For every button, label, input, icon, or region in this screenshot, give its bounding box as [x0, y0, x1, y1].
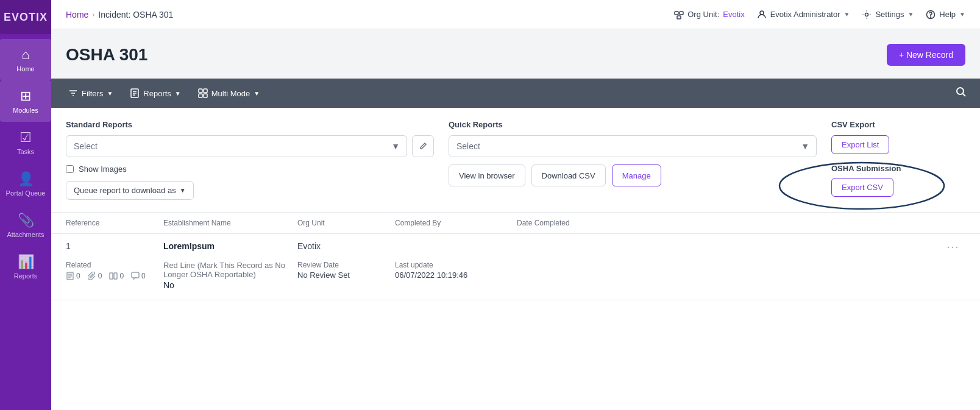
col-completed-by: Completed By [395, 219, 517, 227]
cell-establishment: LoremIpsum [163, 241, 297, 252]
app-logo: EVOTIX [0, 0, 51, 34]
quick-reports-select-wrapper: Select ▼ [449, 135, 817, 157]
multi-mode-icon [198, 88, 208, 98]
cell-date-completed [517, 241, 941, 252]
col-reference: Reference [66, 219, 163, 227]
filters-chevron: ▼ [107, 90, 113, 97]
osha-submission-title: OSHA Submission [831, 164, 965, 173]
breadcrumb-separator: › [92, 10, 94, 19]
related-attachments-icon: 0 [88, 272, 102, 280]
org-unit-icon [674, 10, 684, 19]
org-unit-selector[interactable]: Org Unit: Evotix [674, 10, 744, 19]
col-org-unit: Org Unit [297, 219, 395, 227]
row-actions-button[interactable]: ··· [941, 241, 965, 252]
related-docs-icon: 0 [66, 272, 80, 280]
breadcrumb-current: Incident: OSHA 301 [98, 10, 173, 19]
home-icon: ⌂ [21, 47, 29, 63]
table-row-sub: Related 0 0 0 [66, 257, 965, 290]
settings-menu[interactable]: Settings ▼ [862, 10, 914, 19]
reports-chevron: ▼ [175, 90, 181, 97]
sidebar-item-home[interactable]: ⌂ Home [0, 39, 51, 80]
settings-chevron: ▼ [907, 11, 914, 18]
related-icons: 0 0 0 0 [66, 272, 163, 280]
osha-submission: OSHA Submission Export CSV [831, 164, 965, 197]
svg-rect-11 [204, 94, 207, 97]
table-row: 1 LoremIpsum Evotix ··· Related 0 [51, 234, 980, 300]
queue-report-button[interactable]: Queue report to download as ▼ [66, 181, 194, 200]
table-header: Reference Establishment Name Org Unit Co… [51, 213, 980, 234]
sidebar-item-modules[interactable]: ⊞ Modules [0, 80, 51, 122]
show-images-checkbox[interactable] [66, 165, 74, 173]
manage-button[interactable]: Manage [612, 164, 661, 186]
svg-rect-1 [680, 12, 683, 15]
queue-chevron: ▼ [180, 187, 186, 194]
new-record-button[interactable]: + New Record [887, 44, 965, 66]
svg-point-12 [957, 88, 964, 94]
export-list-button[interactable]: Export List [831, 135, 889, 154]
help-menu[interactable]: Help ▼ [926, 10, 965, 19]
svg-rect-18 [132, 272, 139, 278]
cell-last-update: Last update 06/07/2022 10:19:46 [395, 261, 517, 290]
modules-icon: ⊞ [20, 88, 31, 104]
tasks-icon: ☑ [20, 130, 32, 146]
standard-reports-section: Standard Reports Select ▼ [66, 120, 434, 200]
quick-reports-dropdown[interactable]: Select [449, 135, 817, 157]
reports-toolbar-icon [130, 88, 140, 98]
sidebar-nav: ⌂ Home ⊞ Modules ☑ Tasks 👤 Portal Queue … [0, 34, 51, 288]
standard-reports-select-wrapper: Select ▼ [66, 135, 407, 157]
breadcrumb-home[interactable]: Home [66, 10, 88, 19]
sidebar-item-reports[interactable]: 📊 Reports [0, 246, 51, 288]
portal-queue-icon: 👤 [18, 171, 34, 187]
view-in-browser-button[interactable]: View in browser [449, 164, 525, 186]
quick-reports-section: Quick Reports Select ▼ View in browser D… [449, 120, 817, 186]
help-icon [926, 10, 936, 19]
reports-button[interactable]: Reports ▼ [122, 85, 188, 102]
user-icon [757, 10, 767, 19]
breadcrumb: Home › Incident: OSHA 301 [66, 10, 173, 19]
sidebar-item-tasks[interactable]: ☑ Tasks [0, 122, 51, 163]
csv-export-section: CSV Export Export List OSHA Submission E… [831, 120, 965, 197]
col-date-completed: Date Completed [517, 219, 941, 227]
export-csv-button[interactable]: Export CSV [831, 178, 893, 197]
standard-reports-select-row: Select ▼ [66, 135, 434, 157]
svg-rect-8 [199, 89, 202, 93]
filters-icon [68, 88, 78, 98]
sidebar-item-attachments[interactable]: 📎 Attachments [0, 205, 51, 246]
cell-completed-by [395, 241, 517, 252]
reports-icon: 📊 [18, 254, 34, 270]
filters-button[interactable]: Filters ▼ [61, 85, 120, 102]
svg-point-3 [760, 11, 764, 15]
related-comments-icon: 0 [131, 272, 146, 280]
search-button[interactable] [952, 83, 970, 104]
svg-rect-0 [675, 12, 678, 15]
standard-reports-edit-button[interactable] [412, 135, 434, 157]
toolbar-left: Filters ▼ Reports ▼ Multi Mode ▼ [61, 85, 267, 102]
svg-rect-16 [110, 273, 113, 279]
show-images-label: Show Images [79, 164, 127, 174]
sidebar: EVOTIX ⌂ Home ⊞ Modules ☑ Tasks 👤 Portal… [0, 0, 51, 410]
standard-reports-title: Standard Reports [66, 120, 434, 129]
table-row-main: 1 LoremIpsum Evotix ··· [66, 234, 965, 257]
main-content: Home › Incident: OSHA 301 Org Unit: Evot… [51, 0, 980, 410]
edit-icon [419, 142, 427, 150]
toolbar: Filters ▼ Reports ▼ Multi Mode ▼ [51, 79, 980, 108]
svg-rect-2 [677, 16, 681, 19]
download-csv-button[interactable]: Download CSV [531, 164, 606, 186]
reports-panel: Standard Reports Select ▼ [51, 108, 980, 213]
quick-reports-title: Quick Reports [449, 120, 817, 129]
multi-mode-button[interactable]: Multi Mode ▼ [191, 85, 267, 102]
help-chevron: ▼ [959, 11, 965, 18]
user-menu-chevron: ▼ [844, 11, 850, 18]
csv-export-title: CSV Export [831, 120, 965, 129]
page-title: OSHA 301 [66, 45, 147, 65]
user-menu[interactable]: Evotix Administrator ▼ [757, 10, 850, 19]
cell-org-unit: Evotix [297, 241, 395, 252]
col-actions [941, 219, 965, 227]
quick-actions-row: View in browser Download CSV Manage [449, 164, 817, 186]
standard-reports-dropdown[interactable]: Select [66, 135, 407, 157]
svg-rect-9 [204, 89, 207, 93]
cell-review-date: Review Date No Review Set [297, 261, 395, 290]
sidebar-item-portal-queue[interactable]: 👤 Portal Queue [0, 163, 51, 205]
attachments-icon: 📎 [18, 213, 34, 228]
top-nav: Home › Incident: OSHA 301 Org Unit: Evot… [51, 0, 980, 29]
